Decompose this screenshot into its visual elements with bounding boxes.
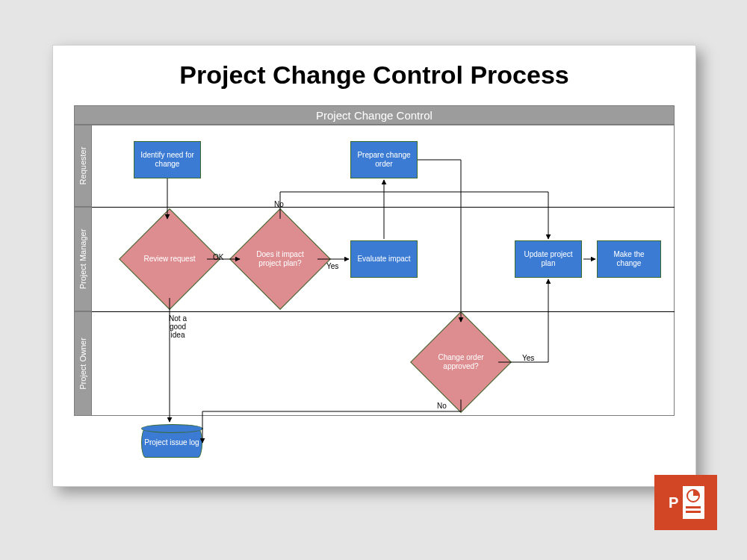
slide-title: Project Change Control Process (53, 60, 695, 90)
node-review-request: Review request (119, 208, 220, 310)
edge-label-ok: OK (213, 253, 223, 261)
node-make-change: Make the change (597, 240, 661, 278)
node-evaluate-impact: Evaluate impact (350, 240, 418, 278)
lane-label-project-manager: Project Manager (74, 207, 92, 311)
swimlane-header: Project Change Control (74, 105, 675, 125)
lane-divider-2 (92, 311, 675, 312)
diagram-canvas: Project Change Control Requester Project… (74, 105, 675, 456)
edge-label-no: No (274, 200, 284, 208)
svg-rect-3 (686, 511, 701, 513)
edge-label-yes2: Yes (522, 354, 534, 362)
svg-rect-2 (686, 506, 701, 508)
svg-text:P: P (669, 494, 678, 511)
node-prepare-change-order: Prepare change order (350, 141, 418, 178)
lane-label-requester: Requester (74, 125, 92, 207)
slide-card: Project Change Control Process Project C… (52, 45, 696, 487)
edge-label-not-good: Not a good idea (162, 314, 193, 339)
edge-label-no2: No (437, 402, 447, 410)
lane-divider-1 (92, 207, 675, 208)
node-identify-need: Identify need for change (134, 141, 201, 178)
node-impact-question: Does it impact project plan? (229, 208, 331, 310)
edge-label-yes: Yes (326, 262, 338, 270)
powerpoint-icon: P (654, 475, 717, 530)
lane-label-project-owner: Project Owner (74, 311, 92, 416)
node-update-plan: Update project plan (515, 240, 582, 278)
node-change-approved: Change order approved? (410, 311, 512, 413)
node-issue-log: Project issue log (141, 428, 202, 458)
